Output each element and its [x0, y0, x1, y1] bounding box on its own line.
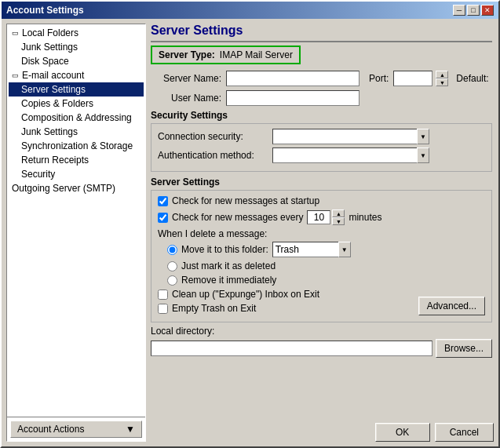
sidebar-item-return-receipts[interactable]: Return Receipts: [9, 153, 144, 167]
clean-advanced-row: Clean up ("Expunge") Inbox on Exit Empty…: [158, 289, 485, 317]
just-mark-row: Just mark it as deleted: [158, 260, 485, 271]
remove-immediately-radio[interactable]: [167, 275, 177, 286]
minimize-button[interactable]: ─: [453, 5, 465, 16]
connection-security-select[interactable]: [272, 129, 429, 144]
sidebar-item-label: Junk Settings: [21, 42, 78, 53]
sidebar-item-local-folders[interactable]: ▭ Local Folders: [9, 26, 144, 40]
clean-up-checkbox[interactable]: [158, 290, 168, 300]
server-name-input[interactable]: [226, 71, 359, 86]
trash-value: Trash: [276, 244, 299, 255]
local-dir-input-row: Browse...: [151, 339, 492, 358]
minutes-wrap: ▲ ▼: [307, 209, 345, 225]
window-body: ▭ Local Folders Junk Settings Disk Space…: [2, 19, 498, 446]
sidebar-item-junk-settings-1[interactable]: Junk Settings: [9, 40, 144, 54]
ok-button[interactable]: OK: [375, 423, 430, 442]
window-title: Account Settings: [6, 5, 84, 16]
move-to-folder-label: Move it to this folder:: [181, 244, 268, 255]
advanced-button[interactable]: Advanced...: [418, 297, 485, 315]
main-panel: Server Settings Server Type: IMAP Mail S…: [151, 24, 494, 442]
sidebar-item-outgoing-smtp[interactable]: Outgoing Server (SMTP): [9, 181, 144, 195]
check-every-checkbox[interactable]: [158, 213, 168, 223]
username-row: User Name:: [151, 90, 492, 106]
sidebar-item-composition[interactable]: Composition & Addressing: [9, 111, 144, 125]
maximize-button[interactable]: □: [467, 5, 480, 16]
sidebar-item-security[interactable]: Security: [9, 167, 144, 181]
minutes-spinner-down[interactable]: ▼: [332, 217, 345, 225]
port-spinner-up[interactable]: ▲: [436, 71, 448, 78]
username-input[interactable]: [226, 90, 359, 106]
empty-trash-label: Empty Trash on Exit: [172, 303, 256, 314]
check-every-row: Check for new messages every ▲ ▼ minutes: [158, 209, 485, 225]
remove-immediately-label: Remove it immediately: [181, 275, 276, 286]
security-section: Security Settings Connection security: ▼…: [151, 110, 492, 172]
sidebar-item-copies-folders[interactable]: Copies & Folders: [9, 97, 144, 111]
sidebar-item-label: Copies & Folders: [21, 98, 93, 109]
port-input[interactable]: [393, 71, 432, 86]
username-label: User Name:: [151, 93, 221, 104]
title-bar-buttons: ─ □ ✕: [453, 5, 494, 16]
sidebar-item-label: E-mail account: [22, 70, 84, 81]
auth-method-select[interactable]: [272, 148, 429, 163]
sidebar-tree: ▭ Local Folders Junk Settings Disk Space…: [7, 24, 145, 417]
port-spinner-down[interactable]: ▼: [436, 78, 448, 86]
sidebar-item-label: Server Settings: [21, 84, 86, 95]
local-dir-label-row: Local directory:: [151, 326, 492, 337]
connection-security-arrow-icon[interactable]: ▼: [417, 129, 429, 144]
empty-trash-checkbox[interactable]: [158, 304, 168, 314]
sidebar-item-label: Junk Settings: [21, 126, 78, 137]
sidebar-item-sync-storage[interactable]: Synchronization & Storage: [9, 139, 144, 153]
port-spinner: ▲ ▼: [436, 71, 448, 86]
sidebar-item-label: Return Receipts: [21, 155, 89, 166]
local-dir-input[interactable]: [151, 341, 432, 356]
server-name-label: Server Name:: [151, 73, 221, 84]
connection-security-label: Connection security:: [158, 131, 268, 142]
check-startup-row: Check for new messages at startup: [158, 195, 485, 206]
clean-up-row: Clean up ("Expunge") Inbox on Exit: [158, 289, 319, 300]
delete-message-label: When I delete a message:: [158, 228, 267, 239]
check-startup-label: Check for new messages at startup: [172, 195, 319, 206]
sidebar-item-email-account[interactable]: ▭ E-mail account: [9, 68, 144, 82]
trash-arrow-icon[interactable]: ▼: [338, 242, 351, 257]
sidebar-item-disk-space[interactable]: Disk Space: [9, 54, 144, 68]
account-actions-arrow-icon: ▼: [126, 424, 135, 435]
server-type-label: Server Type:: [159, 49, 215, 60]
auth-method-label: Authentication method:: [158, 150, 268, 161]
minutes-spinner: ▲ ▼: [332, 209, 345, 225]
server-settings-box: Check for new messages at startup Check …: [151, 190, 492, 322]
just-mark-label: Just mark it as deleted: [181, 260, 276, 271]
sidebar-item-server-settings[interactable]: Server Settings: [9, 82, 144, 97]
expand-icon: ▭: [12, 29, 20, 37]
move-to-folder-radio[interactable]: [167, 245, 177, 255]
browse-button[interactable]: Browse...: [436, 339, 492, 358]
empty-trash-row: Empty Trash on Exit: [158, 303, 319, 314]
title-bar: Account Settings ─ □ ✕: [2, 2, 498, 19]
default-label: Default:: [456, 73, 488, 84]
auth-method-arrow-icon[interactable]: ▼: [417, 148, 429, 163]
sidebar-item-junk-settings-2[interactable]: Junk Settings: [9, 125, 144, 139]
sidebar-footer: Account Actions ▼: [7, 417, 145, 441]
server-settings-section-title: Server Settings: [151, 177, 492, 188]
sidebar-item-label: Composition & Addressing: [21, 112, 132, 123]
auth-method-row: Authentication method: ▼: [158, 148, 485, 163]
minutes-input[interactable]: [307, 210, 330, 224]
clean-group: Clean up ("Expunge") Inbox on Exit Empty…: [158, 289, 319, 317]
security-section-box: Connection security: ▼ Authentication me…: [151, 123, 492, 172]
account-actions-button[interactable]: Account Actions ▼: [10, 421, 142, 438]
minutes-spinner-up[interactable]: ▲: [332, 209, 345, 217]
server-type-box: Server Type: IMAP Mail Server: [151, 46, 301, 64]
sidebar-item-label: Security: [21, 169, 55, 180]
cancel-button[interactable]: Cancel: [435, 423, 494, 442]
sidebar: ▭ Local Folders Junk Settings Disk Space…: [6, 24, 146, 442]
sidebar-item-label: Local Folders: [22, 27, 78, 38]
delete-message-label-row: When I delete a message:: [158, 228, 485, 239]
move-to-folder-row: Move it to this folder: Trash ▼: [158, 242, 485, 257]
connection-security-dropdown-wrap: ▼: [272, 129, 429, 144]
account-actions-label: Account Actions: [17, 424, 84, 435]
just-mark-radio[interactable]: [167, 261, 177, 271]
sidebar-item-label: Outgoing Server (SMTP): [12, 183, 115, 194]
server-type-value: IMAP Mail Server: [220, 49, 293, 60]
check-startup-checkbox[interactable]: [158, 196, 168, 206]
account-settings-window: Account Settings ─ □ ✕ ▭ Local Folders J…: [0, 0, 500, 448]
trash-dropdown-wrap: Trash ▼: [272, 242, 351, 257]
close-button[interactable]: ✕: [481, 5, 494, 16]
